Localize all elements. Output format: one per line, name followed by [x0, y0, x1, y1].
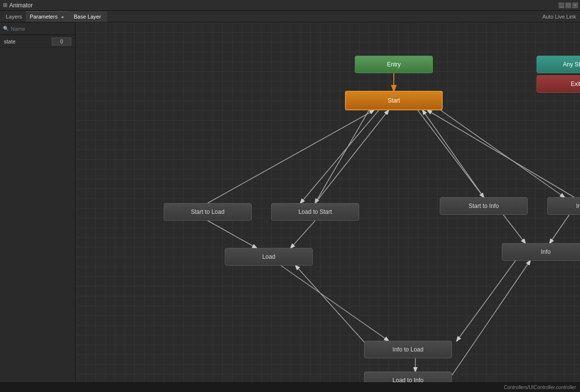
node-start-label: Start	[387, 97, 400, 104]
svg-line-18	[450, 261, 530, 379]
svg-line-6	[437, 108, 564, 197]
node-load-to-info[interactable]: Load to Info	[364, 371, 452, 382]
node-entry[interactable]: Entry	[355, 56, 433, 73]
node-info-to-start[interactable]: Info to Start	[547, 197, 580, 215]
minimize-button[interactable]: _	[559, 2, 564, 8]
main-layout: 🔍 + state	[0, 22, 580, 382]
svg-line-4	[315, 110, 369, 203]
node-any-state-label: Any State	[563, 61, 580, 68]
node-load-to-info-label: Load to Info	[392, 377, 423, 382]
svg-line-11	[503, 215, 525, 243]
node-exit-label: Exit	[571, 81, 580, 87]
node-load-to-start[interactable]: Load to Start	[271, 203, 359, 221]
svg-line-15	[281, 266, 388, 341]
param-icon: ●	[61, 14, 64, 20]
node-any-state[interactable]: Any State	[537, 56, 580, 73]
maximize-button[interactable]: □	[565, 2, 571, 8]
svg-line-16	[457, 261, 516, 341]
search-input[interactable]	[11, 26, 78, 32]
node-load-label: Load	[262, 253, 276, 260]
param-name: state	[4, 39, 52, 44]
app-title: Animator	[9, 2, 33, 9]
svg-line-7	[208, 221, 257, 248]
status-path: Controllers/UIController.controller	[504, 385, 576, 390]
node-info-to-load[interactable]: Info to Load	[364, 341, 452, 358]
canvas-area[interactable]: Entry Any State Exit Start Start to Load…	[76, 22, 580, 382]
svg-line-8	[291, 221, 315, 248]
node-start[interactable]: Start	[345, 91, 443, 110]
node-info-to-start-label: Info to Start	[576, 203, 580, 209]
tab-parameters[interactable]: Parameters ●	[26, 11, 68, 22]
tab-layers[interactable]: Layers	[2, 11, 26, 22]
tab-base-layer[interactable]: Base Layer	[68, 11, 107, 22]
svg-line-10	[208, 110, 374, 203]
node-load-to-start-label: Load to Start	[299, 208, 332, 215]
node-info-label: Info	[541, 248, 551, 255]
svg-line-13	[428, 110, 574, 197]
svg-line-5	[418, 110, 484, 197]
auto-live-link[interactable]: Auto Live Link	[542, 14, 576, 20]
param-row: state	[0, 35, 75, 48]
window-controls: _ □ ×	[559, 2, 578, 8]
svg-line-9	[315, 110, 388, 203]
svg-line-12	[550, 215, 569, 243]
search-icon: 🔍	[3, 26, 9, 31]
tab-bar: Layers Parameters ● Base Layer Auto Live…	[0, 11, 580, 22]
node-start-to-load-label: Start to Load	[191, 208, 225, 215]
node-entry-label: Entry	[387, 61, 401, 68]
node-load[interactable]: Load	[225, 248, 313, 266]
close-button[interactable]: ×	[572, 2, 578, 8]
node-start-to-load[interactable]: Start to Load	[164, 203, 252, 221]
node-info-to-load-label: Info to Load	[392, 346, 423, 353]
app-icon: ⊞	[3, 2, 7, 8]
sidebar: 🔍 + state	[0, 22, 76, 382]
status-bar: Controllers/UIController.controller	[0, 382, 580, 392]
node-start-to-info-label: Start to Info	[469, 203, 499, 209]
param-value-input[interactable]	[52, 38, 71, 45]
title-bar: ⊞ Animator _ □ ×	[0, 0, 580, 11]
sidebar-header: 🔍 +	[0, 22, 75, 35]
svg-line-3	[301, 110, 379, 203]
node-start-to-info[interactable]: Start to Info	[440, 197, 528, 215]
node-exit[interactable]: Exit	[537, 75, 580, 93]
node-info[interactable]: Info	[502, 243, 580, 261]
svg-line-14	[423, 110, 484, 197]
